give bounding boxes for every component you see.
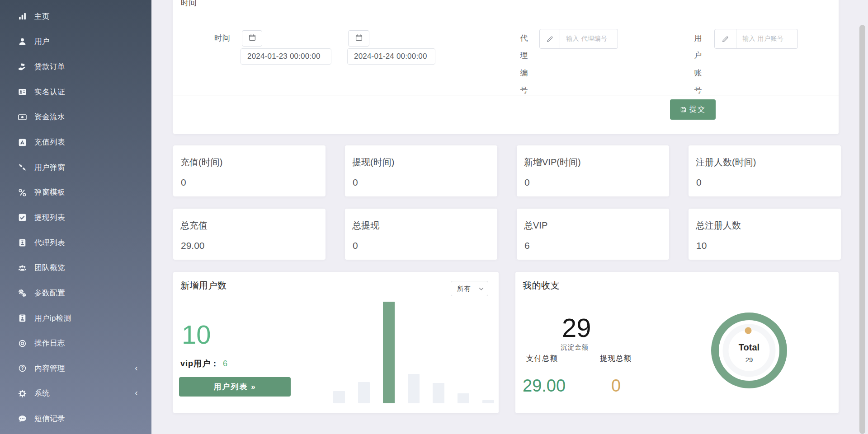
date-to-input[interactable]: 2024-01-24 00:00:00 xyxy=(347,48,435,65)
filter-section-title: 时间 xyxy=(181,0,197,8)
stat-card-title: 总提现 xyxy=(352,219,379,232)
submit-button[interactable]: 提交 xyxy=(670,99,716,120)
pencil-icon xyxy=(715,29,736,48)
sidebar-item-label: 操作日志 xyxy=(34,338,65,348)
sidebar-item-label: 团队概览 xyxy=(34,263,65,273)
sidebar-item-label: 实名认证 xyxy=(34,87,65,97)
sidebar-item-recharge-list[interactable]: 充值列表 xyxy=(0,130,151,155)
id-badge-icon xyxy=(18,314,27,322)
link-icon xyxy=(18,188,27,197)
pencil-icon xyxy=(540,29,560,48)
bar xyxy=(358,382,370,403)
sidebar-item-real-name[interactable]: 实名认证 xyxy=(0,79,151,105)
sidebar-item-label: 短信记录 xyxy=(34,414,65,424)
sidebar-item-label: 用户 xyxy=(34,37,50,47)
user-account-placeholder: 输入 用户账号 xyxy=(736,29,797,48)
sidebar-item-label: 贷款订单 xyxy=(34,62,65,72)
sidebar-item-users[interactable]: 用户 xyxy=(0,29,151,55)
stat-card-value: 0 xyxy=(524,177,530,188)
pay-total-value: 29.00 xyxy=(523,377,566,394)
circle-dot-icon xyxy=(18,339,27,348)
stat-card-title: 注册人数(时间) xyxy=(696,156,756,168)
bar-highlighted xyxy=(383,302,395,403)
check-square-icon xyxy=(18,213,27,222)
donut-center-value: 29 xyxy=(726,356,772,364)
sidebar-item-label: 主页 xyxy=(34,12,50,22)
svg-text:?: ? xyxy=(21,366,24,371)
time-label: 时间 xyxy=(214,33,231,43)
sidebar-item-label: 充值列表 xyxy=(34,137,65,147)
income-card-title: 我的收支 xyxy=(523,280,560,292)
sidebar-item-funds-flow[interactable]: 资金流水 xyxy=(0,105,151,130)
scrollbar-thumb[interactable] xyxy=(859,25,865,434)
hand-money-icon xyxy=(18,63,27,71)
unlink-icon xyxy=(18,163,27,172)
withdraw-total-value: 0 xyxy=(611,377,621,394)
calendar-icon xyxy=(355,34,363,43)
stat-card: 总充值29.00 xyxy=(173,209,326,260)
sidebar-item-param-config[interactable]: 参数配置 xyxy=(0,280,151,306)
vip-users-label: vip用户： xyxy=(180,359,219,368)
bar xyxy=(408,374,420,403)
stat-card-value: 0 xyxy=(181,177,186,188)
agent-id-field[interactable]: 输入 代理编号 xyxy=(539,29,618,49)
chevron-down-icon xyxy=(479,287,484,291)
bar xyxy=(482,400,494,403)
stat-card: 总提现0 xyxy=(345,209,497,260)
users-group-icon xyxy=(18,264,27,272)
withdraw-total-label: 提现总额 xyxy=(600,354,632,364)
save-icon xyxy=(680,106,687,113)
vip-users-line: vip用户：6 xyxy=(180,358,228,369)
sidebar-item-content-mgmt[interactable]: ?内容管理‹ xyxy=(0,356,151,381)
sidebar-item-agent-list[interactable]: 代理列表 xyxy=(0,230,151,256)
sidebar-item-label: 内容管理 xyxy=(34,364,65,373)
stat-card-value: 0 xyxy=(696,177,702,188)
stat-card-value: 10 xyxy=(696,240,707,251)
sidebar-item-sms-records[interactable]: 短信记录 xyxy=(0,406,151,431)
stat-card: 总VIP6 xyxy=(517,209,669,260)
bar xyxy=(433,383,444,403)
bar xyxy=(333,391,345,403)
comment-icon xyxy=(18,415,27,423)
sidebar-item-label: 提现列表 xyxy=(34,213,65,223)
stat-card-title: 总充值 xyxy=(180,219,208,232)
date-to-calendar-button[interactable] xyxy=(348,30,369,47)
id-card-icon xyxy=(18,88,27,96)
sidebar-menu: 主页用户贷款订单实名认证资金流水充值列表用户弹窗弹窗模板提现列表代理列表团队概览… xyxy=(0,0,151,431)
donut-center-title: Total xyxy=(726,342,772,353)
chevron-left-icon: ‹ xyxy=(135,387,138,398)
sidebar-item-user-ip-check[interactable]: 用户ip检测 xyxy=(0,306,151,331)
sidebar-item-label: 用户ip检测 xyxy=(34,313,71,323)
date-from-calendar-button[interactable] xyxy=(242,30,262,47)
question-circle-icon: ? xyxy=(18,364,27,373)
filter-select[interactable]: 所有 xyxy=(451,281,488,296)
sidebar-item-operation-log[interactable]: 操作日志 xyxy=(0,331,151,356)
sidebar-item-team-overview[interactable]: 团队概览 xyxy=(0,255,151,280)
new-users-card-title: 新增用户数 xyxy=(180,280,227,292)
filter-panel xyxy=(173,0,839,134)
calendar-icon xyxy=(249,34,256,43)
stat-card-title: 新增VIP(时间) xyxy=(524,156,581,168)
user-list-button[interactable]: 用户列表 » xyxy=(179,377,291,397)
stat-card-title: 提现(时间) xyxy=(352,156,394,168)
date-from-input[interactable]: 2024-01-23 00:00:00 xyxy=(241,48,331,65)
stat-card-value: 0 xyxy=(353,177,358,188)
sidebar-item-system[interactable]: 系统‹ xyxy=(0,381,151,406)
sidebar-item-withdraw-list[interactable]: 提现列表 xyxy=(0,205,151,230)
gear-icon xyxy=(18,389,27,398)
user-account-field[interactable]: 输入 用户账号 xyxy=(714,29,798,49)
sidebar-item-user-popup[interactable]: 用户弹窗 xyxy=(0,155,151,180)
new-users-count: 10 xyxy=(182,322,211,348)
stat-card: 提现(时间)0 xyxy=(345,145,497,196)
withdraw-slice-dot xyxy=(745,327,752,334)
sidebar-item-popup-template[interactable]: 弹窗模板 xyxy=(0,180,151,205)
sidebar-item-loan-orders[interactable]: 贷款订单 xyxy=(0,54,151,79)
sink-amount-label: 沉淀金额 xyxy=(561,343,589,352)
chart-bar-icon xyxy=(18,12,27,21)
stat-card-title: 充值(时间) xyxy=(180,156,222,168)
sidebar-item-home[interactable]: 主页 xyxy=(0,4,151,29)
stat-card-title: 总VIP xyxy=(524,219,547,232)
stat-card: 充值(时间)0 xyxy=(173,145,326,196)
money-bill-icon xyxy=(18,113,27,121)
vip-users-value: 6 xyxy=(223,359,228,368)
